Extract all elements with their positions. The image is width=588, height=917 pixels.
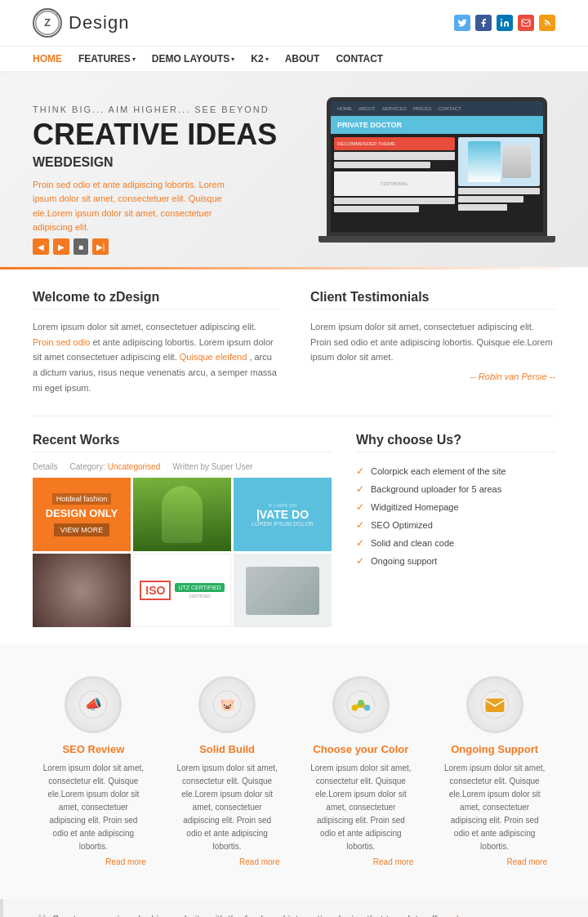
testimonials-text: Lorem ipsum dolor sit amet, consectetuer…: [310, 319, 555, 365]
logo[interactable]: Z Design: [33, 8, 129, 38]
site-header: Z Design: [0, 0, 588, 47]
why-item-0: ✓ Colorpick each element of the site: [356, 462, 555, 480]
why-label-2: Widgitized Homepage: [371, 502, 459, 512]
testimonials-author: -- Robin van Persie --: [310, 372, 555, 381]
nav-demo-label[interactable]: DEMO LAYOUTS: [152, 53, 230, 65]
why-label-4: Solid and clean code: [371, 538, 454, 548]
welcome-highlight2: Quisque eleifend: [180, 352, 247, 362]
nav-home[interactable]: HOME: [33, 53, 62, 65]
hero-controls: ◀ ▶ ■ ▶|: [33, 238, 109, 255]
works-why-section: Recent Works Details Category: Uncategor…: [0, 416, 588, 627]
why-item-1: ✓ Background uploader for 5 areas: [356, 480, 555, 498]
work-item-1[interactable]: Hotdeal fashion DESIGN ONLY VIEW MORE: [33, 478, 131, 551]
works-grid: Hotdeal fashion DESIGN ONLY VIEW MORE R …: [33, 478, 332, 627]
why-label-3: SEO Optimized: [371, 520, 433, 530]
screen-title: PRIVATE DOCTOR: [337, 121, 402, 129]
hero-description: Proin sed odio et ante adipiscing lobort…: [33, 178, 237, 235]
svg-point-6: [501, 19, 502, 20]
work-item-2[interactable]: [133, 478, 231, 551]
logo-text: Design: [69, 12, 129, 33]
why-item-3: ✓ SEO Optimized: [356, 516, 555, 534]
nav-demo[interactable]: DEMO LAYOUTS ▾: [152, 53, 235, 65]
hero-section: THINK BIG... AIM HIGHER... SEE BEYOND CR…: [0, 73, 588, 267]
build-title: Solid Build: [175, 743, 280, 755]
seo-icon: 📣: [65, 676, 122, 733]
svg-line-5: [56, 11, 57, 15]
hero-play-button[interactable]: ▶: [53, 238, 69, 255]
nav-contact[interactable]: CONTACT: [336, 53, 383, 65]
why-label-5: Ongoing support: [371, 556, 437, 566]
works-written-by: Written by Super User: [172, 462, 252, 471]
hero-title: CREATIVE IDEAS: [33, 118, 294, 151]
rss-icon[interactable]: [539, 15, 555, 31]
quote-link[interactable]: Learn more...: [456, 914, 514, 917]
work-item-3[interactable]: R | VATE DO |VATE DO LOREM IPSUM DOLOR: [234, 478, 332, 551]
twitter-icon[interactable]: [454, 15, 470, 31]
social-icons: [454, 15, 555, 31]
quote-text: " Create your unique looking website wit…: [36, 914, 514, 917]
check-icon-4: ✓: [356, 537, 364, 549]
feature-color: Choose your Color Lorem ipsum dolor sit …: [301, 664, 422, 879]
why-label-1: Background uploader for 5 areas: [371, 484, 501, 494]
features-section: 📣 SEO Review Lorem ipsum dolor sit amet,…: [0, 643, 588, 899]
linkedin-icon[interactable]: [497, 15, 513, 31]
nav-features-label[interactable]: FEATURES: [78, 53, 131, 65]
svg-point-16: [358, 700, 364, 706]
color-title: Choose your Color: [309, 743, 414, 755]
email-icon[interactable]: [518, 15, 534, 31]
svg-rect-7: [522, 20, 530, 26]
welcome-section: Welcome to zDesign Lorem ipsum dolor sit…: [0, 269, 588, 416]
check-icon-3: ✓: [356, 519, 364, 531]
chevron-down-icon: ▾: [265, 56, 269, 63]
why-choose-title: Why choose Us?: [356, 433, 555, 452]
quote-body: Create your unique looking website with …: [51, 914, 453, 917]
build-read-more[interactable]: Read more: [175, 857, 280, 866]
chevron-down-icon: ▾: [231, 56, 234, 63]
hero-next-button[interactable]: ▶|: [92, 238, 109, 255]
svg-text:🐷: 🐷: [220, 697, 235, 713]
chevron-down-icon: ▾: [132, 56, 136, 63]
svg-line-4: [38, 11, 39, 15]
seo-read-more[interactable]: Read more: [41, 857, 146, 866]
works-meta: Details Category: Uncategorised Written …: [33, 462, 332, 471]
nav-k2-label[interactable]: K2: [251, 53, 263, 65]
work-item-5[interactable]: ISO UTZ CERTIFIED CERTIFIED: [133, 554, 231, 627]
why-choose-col: Why choose Us? ✓ Colorpick each element …: [356, 433, 555, 627]
why-item-4: ✓ Solid and clean code: [356, 534, 555, 552]
build-text: Lorem ipsum dolor sit amet, consectetur …: [175, 762, 280, 853]
color-icon: [332, 676, 390, 733]
nav-features[interactable]: FEATURES ▾: [78, 53, 136, 65]
nav-k2[interactable]: K2 ▾: [251, 53, 268, 65]
testimonials-col: Client Testimonials Lorem ipsum dolor si…: [310, 290, 555, 395]
facebook-icon[interactable]: [475, 15, 492, 31]
hero-prev-button[interactable]: ◀: [33, 238, 49, 255]
works-details: Details: [33, 462, 58, 471]
works-category-label: Category: Uncategorised: [70, 462, 161, 471]
recent-works-title: Recent Works: [33, 433, 332, 452]
work-item-6[interactable]: [234, 554, 332, 627]
hero-subtitle: THINK BIG... AIM HIGHER... SEE BEYOND: [33, 105, 294, 114]
seo-text: Lorem ipsum dolor sit amet, consectetur …: [41, 762, 146, 853]
why-item-2: ✓ Widgitized Homepage: [356, 498, 555, 516]
features-grid: 📣 SEO Review Lorem ipsum dolor sit amet,…: [33, 664, 555, 879]
work-btn-1[interactable]: VIEW MORE: [54, 523, 110, 536]
quote-banner: " Create your unique looking website wit…: [0, 899, 588, 917]
support-read-more[interactable]: Read more: [442, 857, 547, 866]
work-tag-1: Hotdeal fashion: [52, 493, 112, 505]
svg-point-15: [364, 705, 371, 711]
support-text: Lorem ipsum dolor sit amet, consectetur …: [442, 762, 547, 853]
nav-about[interactable]: ABOUT: [285, 53, 320, 65]
why-list: ✓ Colorpick each element of the site ✓ B…: [356, 462, 555, 570]
main-nav: HOME FEATURES ▾ DEMO LAYOUTS ▾ K2 ▾ ABOU…: [0, 47, 588, 73]
logo-icon: Z: [33, 8, 62, 38]
color-read-more[interactable]: Read more: [309, 857, 414, 866]
why-item-5: ✓ Ongoing support: [356, 552, 555, 570]
hero-content: THINK BIG... AIM HIGHER... SEE BEYOND CR…: [33, 105, 294, 235]
work-title-1: DESIGN ONLY: [46, 507, 118, 520]
check-icon-5: ✓: [356, 555, 364, 567]
welcome-text-start: Lorem ipsum dolor sit amet, consectetuer…: [33, 322, 256, 332]
hero-stop-button[interactable]: ■: [74, 238, 88, 255]
work-item-4[interactable]: [33, 554, 131, 627]
svg-text:📣: 📣: [85, 697, 102, 714]
recent-works-col: Recent Works Details Category: Uncategor…: [33, 433, 332, 627]
